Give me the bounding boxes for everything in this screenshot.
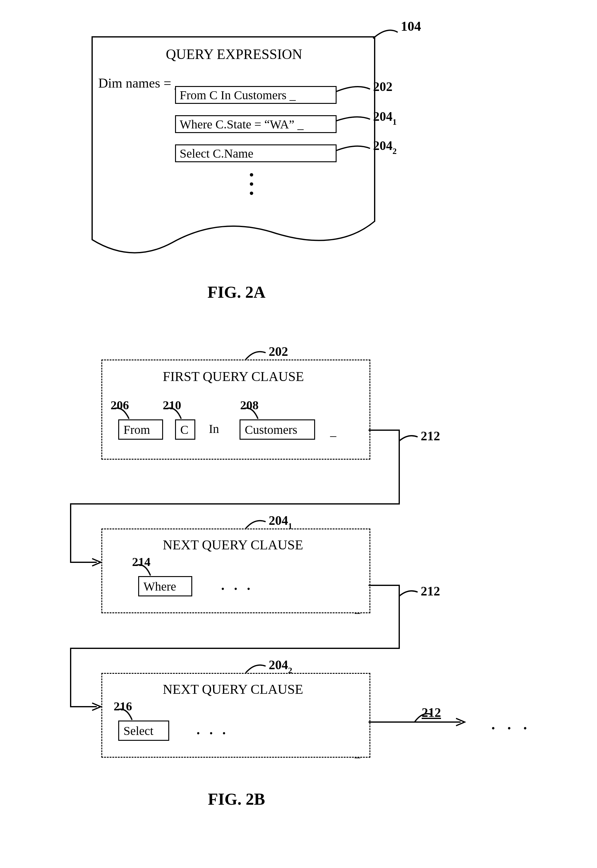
- ref-212-c: 212: [422, 705, 441, 720]
- fig-2b-caption: FIG. 2B: [0, 790, 473, 809]
- ellipsis-3: . . .: [492, 716, 531, 733]
